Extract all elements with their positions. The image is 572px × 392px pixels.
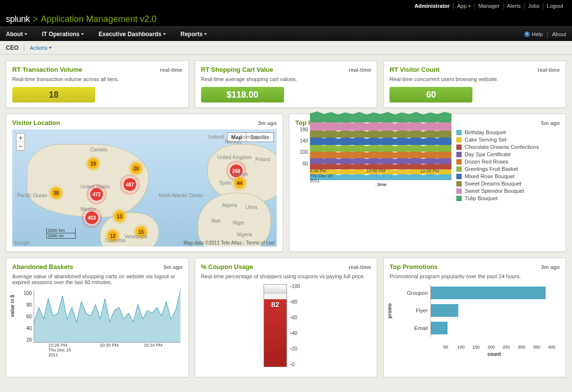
legend-item[interactable]: Tulip Bouquet	[456, 195, 539, 201]
kpi-value: 18	[12, 87, 95, 103]
app-title: Application Management v2.0	[41, 14, 157, 24]
help-link[interactable]: ?Help	[524, 31, 543, 37]
map-marker[interactable]: 13	[115, 211, 124, 221]
legend-item[interactable]: Chocolate Dreams Confections	[456, 144, 539, 150]
panel-title: RT Shopping Cart Value	[201, 66, 349, 73]
map-marker[interactable]: 19	[88, 159, 98, 168]
map-region-label: Mexico	[81, 206, 96, 212]
map-marker[interactable]: 472	[90, 188, 103, 201]
map-region-label: Pacific Ocean	[17, 193, 47, 198]
legend-swatch	[456, 137, 462, 143]
map-region-label: Canada	[90, 147, 107, 152]
map-marker[interactable]: 30	[51, 188, 61, 198]
hbar-row: Email	[403, 319, 558, 337]
map-attrib-right[interactable]: Map data ©2011 Tele Atlas - Terms of Use	[184, 240, 275, 246]
map-attrib-left: Google	[14, 240, 30, 246]
map-region-label: Norway	[225, 139, 242, 144]
hbar-label: Groupon	[403, 290, 430, 296]
menu-reports[interactable]: Reports	[181, 31, 213, 38]
zoom-in-button[interactable]: +	[17, 134, 24, 142]
map[interactable]: + − Map Satellite 2000 km 2000 mi Google…	[12, 129, 277, 247]
panel-title: % Coupon Usage	[201, 263, 349, 270]
map-region-label: France	[233, 171, 248, 177]
panel-rt-cart-value: RT Shopping Cart Valuereal-time Real-tim…	[195, 61, 378, 108]
hbar-label: Flyer	[403, 308, 430, 313]
help-icon: ?	[524, 31, 530, 37]
hbar-row: Groupon	[403, 284, 558, 302]
legend-swatch	[456, 130, 462, 135]
map-region-label: Venezuela	[124, 234, 147, 239]
panel-time: 3m ago	[541, 264, 560, 270]
actions-menu[interactable]: Actions	[30, 45, 52, 51]
legend-item[interactable]: Mixed Rose Bouquet	[456, 173, 539, 179]
jobs-link[interactable]: Jobs	[525, 3, 542, 9]
alerts-link[interactable]: Alerts	[504, 3, 524, 9]
legend-item[interactable]: Sweet Dreams Bouquet	[456, 181, 539, 186]
map-marker[interactable]: 20	[131, 164, 141, 173]
legend-item[interactable]: Day Spa Certificate	[456, 151, 539, 157]
logout-link[interactable]: Logout	[544, 3, 566, 9]
chevron-down-icon	[204, 33, 207, 35]
panel-title: RT Transaction Volume	[12, 66, 160, 73]
panel-top-items-sold: Top Items Sold5m ago 60100140180 9:40 PM…	[289, 114, 566, 252]
global-topbar: Administrator | App | Manager | Alerts |…	[0, 0, 572, 12]
map-marker[interactable]: 44	[235, 178, 245, 188]
panel-desc: Real-time percentage of shoppers using c…	[201, 273, 371, 279]
legend-item[interactable]: Dozen Red Roses	[456, 159, 539, 165]
panel-title: Visitor Location	[12, 119, 258, 126]
user-link[interactable]: Administrator	[411, 3, 452, 9]
legend-swatch	[456, 181, 462, 186]
legend-swatch	[456, 159, 462, 165]
legend-swatch	[456, 174, 462, 179]
menu-it-operations[interactable]: IT Operations	[42, 31, 90, 38]
zoom-out-button[interactable]: −	[17, 142, 24, 150]
panel-desc: Real-time average shopping cart values.	[201, 76, 371, 82]
map-marker[interactable]: 487	[123, 178, 136, 191]
panel-time: 5m ago	[163, 264, 183, 270]
map-region-label: Niger	[233, 220, 245, 226]
panel-time: real-time	[348, 67, 371, 73]
kpi-value: $118.00	[201, 87, 284, 103]
panel-desc: Average value of abandoned shopping cart…	[12, 273, 183, 285]
chevron-down-icon	[163, 33, 166, 35]
map-region-label: Poland	[255, 157, 270, 162]
map-region-label: North Atlantic Ocean	[159, 193, 204, 198]
legend-item[interactable]: Greetings Fruit Basket	[456, 166, 539, 172]
map-region-label: Nigeria	[237, 232, 252, 237]
brand-separator: >	[33, 14, 38, 24]
panel-time: 5m ago	[541, 120, 560, 126]
line-chart: value in $ 20406080100 10:26 PM Thu Dec …	[12, 290, 183, 358]
menu-exec-dashboards[interactable]: Executive Dashboards	[99, 31, 172, 38]
hbar-row: Flyer	[403, 302, 558, 319]
panel-desc: Promotional program popularity over the …	[389, 273, 560, 279]
app-menu[interactable]: App	[454, 3, 474, 9]
manager-link[interactable]: Manager	[475, 3, 502, 9]
legend-item[interactable]: Birthday Bouquet	[456, 129, 539, 135]
map-marker[interactable]: 453	[85, 211, 98, 224]
map-region-label: Iceland	[208, 134, 224, 140]
legend-item[interactable]: Cake Serving Set	[456, 137, 539, 143]
legend-swatch	[456, 152, 462, 157]
splunk-logo: splunk	[6, 14, 30, 24]
hbar-chart: promo GrouponFlyerEmail count50100150200…	[389, 284, 560, 357]
panel-desc: Real-time concurrent users browsing webs…	[389, 76, 560, 82]
legend-item[interactable]: Sweet Splendor Bouquet	[456, 188, 539, 194]
legend-swatch	[456, 196, 462, 201]
panel-time: real-time	[537, 67, 560, 73]
legend-swatch	[456, 166, 462, 172]
menu-about[interactable]: About	[6, 31, 33, 38]
panel-top-promotions: Top Promotions3m ago Promotional program…	[383, 258, 566, 377]
map-region-label: Mali	[211, 218, 220, 224]
gauge-chart: 82 020406080100	[201, 284, 371, 372]
panel-abandoned-baskets: Abandoned Baskets5m ago Average value of…	[6, 258, 189, 377]
legend-swatch	[456, 144, 462, 150]
panel-title: RT Visitor Count	[389, 66, 537, 73]
chart-legend: Birthday BouquetCake Serving SetChocolat…	[456, 129, 539, 201]
chevron-down-icon	[49, 47, 52, 49]
panel-time: real-time	[348, 264, 371, 270]
panel-rt-transaction-volume: RT Transaction Volumereal-time Real-time…	[6, 61, 189, 108]
map-scale: 2000 km 2000 mi	[46, 228, 76, 239]
chevron-down-icon	[81, 33, 84, 35]
about-link[interactable]: About	[552, 31, 566, 37]
kpi-value: 60	[389, 87, 472, 103]
